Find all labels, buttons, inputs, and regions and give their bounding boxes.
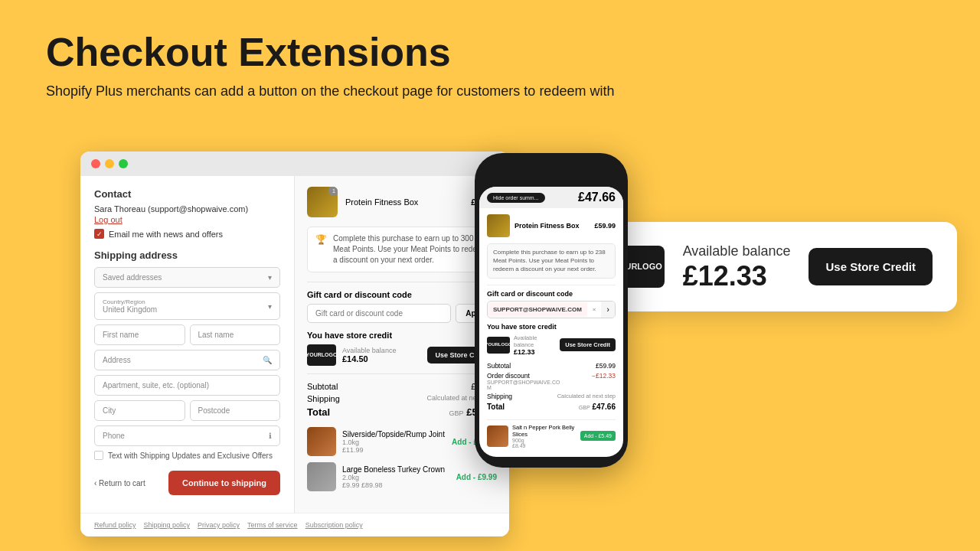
phone-mockup: Hide order summ... £47.66 Protein Fitnes…	[475, 153, 628, 468]
saved-addresses-field[interactable]: Saved addresses ▾	[94, 267, 280, 288]
shipping-label: Shipping	[307, 394, 340, 403]
product-badge: 1	[328, 187, 338, 196]
card-balance-label: Available balance	[683, 243, 791, 259]
points-icon: 🏆	[315, 234, 327, 245]
product3-image	[307, 462, 336, 491]
phone-total-value: GBP £47.66	[579, 403, 616, 411]
last-name-field[interactable]: Last name	[190, 324, 281, 345]
saved-addresses-label: Saved addresses	[103, 273, 162, 282]
phone-total-price: £47.66	[578, 191, 616, 204]
shipping-policy-link[interactable]: Shipping policy	[144, 521, 191, 529]
phone-product2-sub: 900g	[512, 438, 577, 443]
points-text: Complete this purchase to earn up to 300…	[333, 233, 488, 266]
phone-shipping-label: Shipping	[487, 393, 512, 400]
product3-price: £9.99 £89.98	[342, 481, 450, 489]
product2-name: Silverside/Topside/Rump Joint	[342, 430, 446, 439]
checkout-form-panel: Contact Sara Thoreau (support@shopwaive.…	[80, 176, 295, 513]
apartment-field[interactable]: Apartment, suite, etc. (optional)	[94, 375, 280, 396]
country-value: United Kingdom	[103, 305, 157, 314]
phone-product2-price: £8.49	[512, 443, 577, 448]
info-icon: ℹ	[269, 432, 272, 440]
country-field[interactable]: Country/Region United Kingdom ▾	[94, 292, 280, 320]
postcode-placeholder: Postcode	[198, 406, 230, 415]
phone-subtotal-label: Subtotal	[487, 362, 511, 370]
total-label: Total	[307, 406, 330, 418]
email-checkbox-row: Email me with news and offers	[94, 229, 280, 239]
phone-product2-name: Salt n Pepper Pork Belly Slices	[512, 424, 577, 438]
minimize-icon[interactable]	[105, 159, 114, 168]
store-credit-section: You have store credit YOUR LOGO Availabl…	[307, 331, 497, 366]
discount-label: Gift card or discount code	[307, 290, 497, 299]
product2-price: £11.99	[342, 446, 446, 454]
merchant-logo: YOUR LOGO	[307, 344, 336, 366]
list-item: Silverside/Topside/Rump Joint 1.0kg £11.…	[307, 427, 497, 456]
phone-shipping-value: Calculated at next step	[557, 393, 616, 400]
earn-points-box: 🏆 Complete this purchase to earn up to 3…	[307, 227, 497, 272]
phone-merchant-logo: YOUR LOGO	[487, 337, 510, 354]
shipping-updates-checkbox[interactable]	[94, 451, 103, 460]
phone-notch	[524, 164, 578, 181]
card-balance-section: Available balance £12.33	[683, 243, 791, 290]
city-field[interactable]: City	[94, 400, 185, 421]
card-use-credit-button[interactable]: Use Store Credit	[808, 248, 933, 285]
browser-mockup: Contact Sara Thoreau (support@shopwaive.…	[80, 152, 509, 536]
balance-info: Available balance £14.50	[342, 347, 421, 364]
product-image: 1	[307, 187, 338, 217]
card-balance-amount: £12.33	[683, 262, 791, 290]
contact-heading: Contact	[94, 188, 280, 200]
shipping-updates-row: Text with Shipping Updates and Exclusive…	[94, 451, 280, 460]
phone-product2-add-button[interactable]: Add - £5.49	[580, 431, 616, 441]
phone-product-row: Protein Fitness Box £59.99	[487, 214, 616, 237]
refund-policy-link[interactable]: Refund policy	[94, 521, 136, 529]
phone-list-item: Salt n Pepper Pork Belly Slices 900g £8.…	[487, 419, 616, 448]
subscription-policy-link[interactable]: Subscription policy	[305, 521, 363, 529]
phone-use-credit-button[interactable]: Use Store Credit	[560, 338, 616, 351]
phone-store-credit-title: You have store credit	[487, 323, 616, 331]
recommended-products: Silverside/Topside/Rump Joint 1.0kg £11.…	[307, 427, 497, 491]
country-label: Country/Region	[103, 298, 157, 305]
balance-amount: £14.50	[342, 354, 421, 364]
logout-link[interactable]: Log out	[94, 215, 280, 224]
return-to-cart-link[interactable]: ‹ Return to cart	[94, 479, 145, 487]
apartment-placeholder: Apartment, suite, etc. (optional)	[103, 381, 209, 390]
discount-section: Gift card or discount code Apply	[307, 290, 497, 323]
chevron-down-icon: ▾	[268, 302, 272, 311]
store-credit-card: YOUR LOGO Available balance £12.33 Use S…	[586, 222, 957, 311]
page-title: Checkout Extensions	[46, 31, 934, 74]
bottom-actions: ‹ Return to cart Continue to shipping	[94, 471, 280, 495]
phone-discount-arrow[interactable]: ›	[601, 302, 614, 318]
phone-header: Hide order summ... £47.66	[479, 187, 623, 208]
phone-discount-applied: SUPPORT@SHOPWAIVE.COM	[488, 302, 587, 317]
discount-input[interactable]	[307, 304, 451, 323]
first-name-placeholder: First name	[103, 331, 139, 339]
first-name-field[interactable]: First name	[94, 324, 185, 345]
privacy-policy-link[interactable]: Privacy policy	[198, 521, 240, 529]
phone-subtotal-value: £59.99	[596, 362, 616, 370]
phone-screen: Hide order summ... £47.66 Protein Fitnes…	[479, 187, 623, 457]
hide-order-button[interactable]: Hide order summ...	[487, 193, 545, 203]
phone-placeholder: Phone	[103, 432, 125, 440]
terms-link[interactable]: Terms of service	[247, 521, 298, 529]
address-field[interactable]: Address 🔍	[94, 350, 280, 370]
maximize-icon[interactable]	[119, 159, 128, 168]
shipping-heading: Shipping address	[94, 249, 280, 261]
phone-earn-points: Complete this purchase to earn up to 238…	[487, 243, 616, 279]
phone-field[interactable]: Phone ℹ	[94, 425, 280, 446]
subtotal-label: Subtotal	[307, 382, 338, 391]
product2-image	[307, 427, 336, 456]
phone-totals: Subtotal £59.99 Order discount SUPPORT@S…	[487, 362, 616, 411]
product3-sub: 2.0kg	[342, 474, 450, 481]
email-checkbox[interactable]	[94, 229, 104, 239]
shipping-updates-label: Text with Shipping Updates and Exclusive…	[108, 452, 273, 460]
postcode-field[interactable]: Postcode	[190, 400, 281, 421]
phone-bottom: Salt n Pepper Pork Belly Slices 900g £8.…	[479, 419, 623, 457]
continue-button[interactable]: Continue to shipping	[168, 471, 280, 495]
shipping-section: Shipping address Saved addresses ▾ Count…	[94, 249, 280, 495]
totals-section: Subtotal £59.99 Shipping Calculated at n…	[307, 382, 497, 418]
phone-product-image	[487, 214, 510, 237]
product3-add-button[interactable]: Add - £9.99	[456, 473, 497, 481]
phone-discount-remove[interactable]: ×	[587, 302, 602, 317]
close-icon[interactable]	[91, 159, 100, 168]
list-item: Large Boneless Turkey Crown 2.0kg £9.99 …	[307, 462, 497, 491]
phone-discount-row-label: Order discount	[487, 372, 560, 380]
